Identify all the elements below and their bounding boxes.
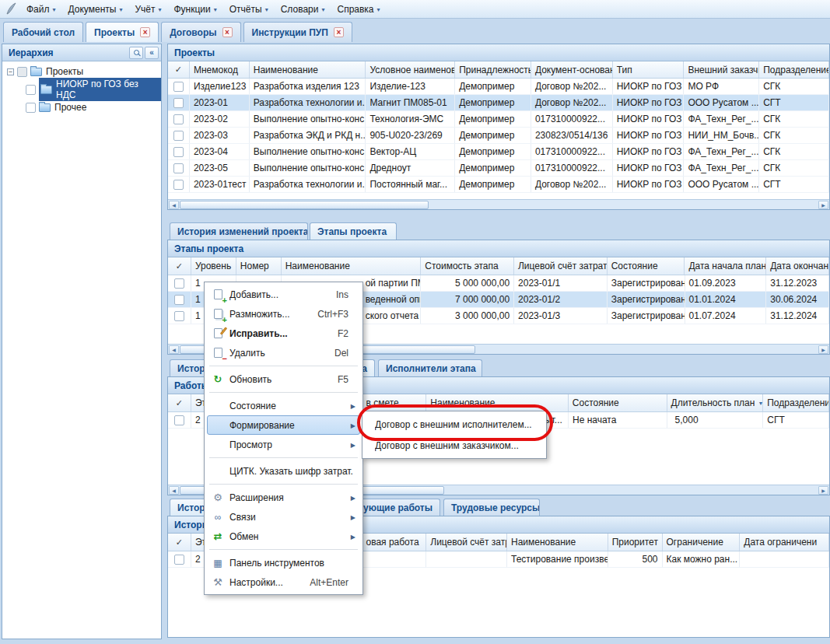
column-header[interactable]: Наименование (507, 534, 608, 551)
scroll-left-icon[interactable]: ◀ (169, 486, 179, 495)
horizontal-scrollbar[interactable]: ◀ ▶ (168, 199, 829, 209)
checkbox[interactable] (174, 415, 184, 425)
column-header[interactable]: Номер (236, 257, 282, 275)
select-all-header[interactable]: ✓ (168, 61, 190, 78)
menu-reports[interactable]: Отчёты▾ (223, 2, 275, 16)
ctx-item-duplicate[interactable]: + Размножить...Ctrl+F3 (207, 304, 360, 324)
tab-stage-executors[interactable]: Исполнители этапа (378, 359, 482, 376)
menu-functions[interactable]: Функции▾ (167, 2, 222, 16)
column-header[interactable]: Приоритет (608, 534, 663, 551)
tree-item-projects[interactable]: − Проекты (2, 64, 161, 79)
search-icon[interactable] (129, 47, 143, 59)
submenu-item-external-executor-contract[interactable]: Договор с внешним исполнителем... (365, 414, 544, 435)
ctx-item-refresh[interactable]: ↻ ОбновитьF5 (207, 369, 360, 389)
column-header[interactable]: Ограничение (663, 534, 741, 551)
expander-icon[interactable]: − (7, 68, 14, 75)
submenu-item-external-customer-contract[interactable]: Договор с внешним заказчиком... (365, 435, 544, 456)
column-header[interactable]: Тип (613, 61, 685, 78)
column-header[interactable]: Лицевой счёт затрат. (514, 257, 608, 275)
select-all-header[interactable]: ✓ (168, 534, 191, 551)
column-header[interactable]: Дата ограничени (740, 534, 829, 551)
tab-project-history[interactable]: История изменений проекта (170, 222, 308, 240)
checkbox[interactable] (174, 295, 184, 305)
select-all-header[interactable]: ✓ (168, 394, 191, 411)
table-row[interactable]: 2023-02 Выполнение опытно-конс... Технол… (168, 111, 829, 128)
tab-instructions[interactable]: Инструкции ПУП× (243, 22, 352, 42)
scroll-left-icon[interactable]: ◀ (169, 201, 179, 209)
menu-documents[interactable]: Документы▾ (62, 2, 129, 16)
tree-item-niokr[interactable]: НИОКР по ГОЗ без НДС (2, 82, 161, 97)
column-header[interactable]: Подразделение-испо (763, 394, 829, 411)
checkbox[interactable] (173, 98, 184, 108)
scroll-thumb[interactable] (180, 201, 429, 209)
checkbox[interactable] (173, 147, 184, 157)
menu-accounting[interactable]: Учёт▾ (128, 2, 167, 16)
column-header[interactable]: Состояние (569, 394, 667, 411)
ctx-item-exchange[interactable]: ⇄ Обмен ▶ (207, 527, 360, 546)
column-header[interactable]: Наименование (250, 61, 366, 78)
tab-labor-resources[interactable]: Трудовые ресурсы (443, 499, 540, 516)
ctx-item-citk-code[interactable]: ЦИТК. Указать шифр затрат... (207, 461, 360, 481)
ctx-item-links[interactable]: ∞ Связи ▶ (207, 507, 360, 527)
ctx-item-toolbar[interactable]: ▦ Панель инструментов (207, 553, 360, 572)
scroll-right-icon[interactable]: ▶ (818, 201, 828, 209)
tab-project-stages[interactable]: Этапы проекта (310, 222, 397, 240)
tab-contracts[interactable]: Договоры× (161, 22, 240, 42)
menu-file[interactable]: Файл▾ (20, 2, 62, 16)
checkbox[interactable] (174, 555, 184, 565)
table-row[interactable]: 2023-04 Выполнение опытно-конс... Вектор… (168, 144, 829, 160)
scroll-left-icon[interactable]: ◀ (169, 345, 179, 354)
ctx-item-formation[interactable]: Формирование ▶ (207, 415, 360, 435)
ctx-item-delete[interactable]: − УдалитьDel (207, 343, 360, 362)
cell: Зарегистрирован (608, 308, 685, 324)
column-header[interactable]: Дата окончани (766, 257, 829, 275)
column-header[interactable]: Состояние (608, 257, 685, 275)
ctx-item-extensions[interactable]: ⚙ Расширения ▶ (207, 488, 360, 507)
checkbox[interactable] (26, 103, 36, 113)
tab-projects[interactable]: Проекты× (86, 22, 159, 42)
ctx-item-settings[interactable]: ⚒ Настройки...Alt+Enter (207, 572, 360, 592)
table-row[interactable]: 2023-03 Разработка ЭКД и РКД н... 905-U0… (168, 128, 829, 144)
close-icon[interactable]: × (222, 27, 233, 37)
table-row[interactable]: Изделие123 Разработка изделия 123 Издели… (168, 79, 829, 95)
select-all-header[interactable]: ✓ (168, 257, 191, 275)
menu-dictionaries[interactable]: Словари▾ (275, 2, 331, 16)
checkbox[interactable] (173, 114, 184, 124)
column-header[interactable]: Дата начала план (685, 257, 766, 275)
ctx-item-edit[interactable]: Исправить...F2 (207, 324, 360, 343)
collapse-panel-icon[interactable]: « (145, 47, 159, 59)
column-header[interactable]: Наименование (282, 257, 422, 275)
tab-desktop[interactable]: Рабочий стол (3, 22, 83, 42)
column-header[interactable]: Внешний заказчик (684, 61, 759, 78)
column-header[interactable]: Документ-основан (531, 61, 613, 78)
column-header[interactable]: Принадлежность (455, 61, 531, 78)
ctx-item-add[interactable]: + Добавить...Ins (207, 285, 360, 304)
checkbox[interactable] (173, 180, 184, 190)
checkbox[interactable] (173, 131, 184, 141)
ctx-item-view[interactable]: Просмотр ▶ (207, 435, 360, 454)
table-row[interactable]: 2023-05 Выполнение опытно-конс... Дредно… (168, 160, 829, 177)
checkbox[interactable] (174, 311, 184, 321)
close-icon[interactable]: × (334, 27, 344, 37)
close-icon[interactable]: × (140, 27, 150, 37)
checkbox[interactable] (26, 85, 36, 95)
table-row[interactable]: 2023-01тест Разработка технологии и... П… (168, 177, 829, 193)
column-header[interactable]: Длительность план▼ (667, 394, 764, 411)
column-header[interactable]: Лицевой счёт затр (426, 534, 507, 551)
checkbox[interactable] (173, 82, 184, 92)
ctx-item-state[interactable]: Состояние ▶ (207, 396, 360, 415)
column-header[interactable]: Мнемокод (190, 61, 250, 78)
scroll-right-icon[interactable]: ▶ (818, 345, 828, 354)
checkbox[interactable] (17, 67, 27, 77)
checkbox[interactable] (173, 163, 184, 173)
tree-item-other[interactable]: Прочее (2, 100, 161, 115)
checkbox[interactable] (174, 278, 184, 289)
menu-help[interactable]: Справка▾ (331, 2, 386, 16)
column-header[interactable]: Подразделение (759, 61, 829, 78)
column-header[interactable]: Стоимость этапа (421, 257, 514, 275)
column-header[interactable]: Уровень (191, 257, 236, 275)
column-header[interactable]: Условное наименова (366, 61, 455, 78)
scroll-right-icon[interactable]: ▶ (818, 486, 828, 495)
column-header[interactable]: Наименование (426, 394, 569, 411)
table-row-selected[interactable]: 2023-01 Разработка технологии и... Магни… (168, 95, 829, 111)
